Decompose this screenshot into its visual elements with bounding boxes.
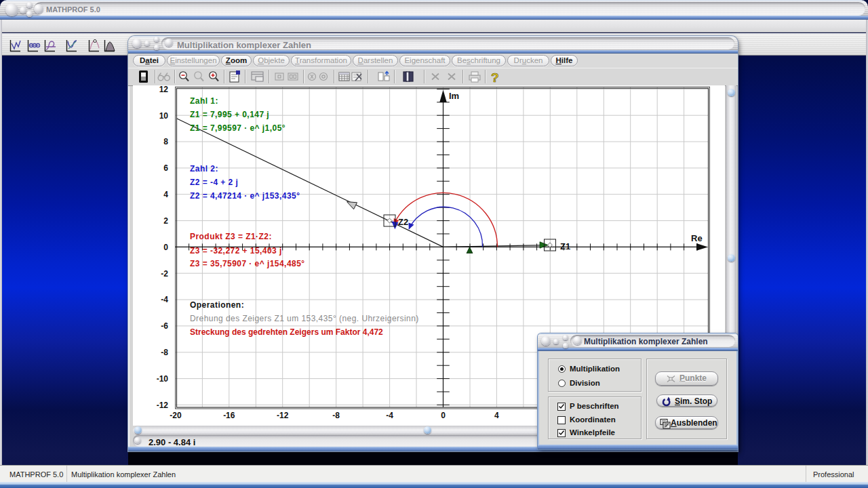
svg-text:-8: -8 xyxy=(332,411,340,420)
svg-text:8: 8 xyxy=(163,137,168,146)
svg-text:Z3 = 35,75907 · e^ j154,485°: Z3 = 35,75907 · e^ j154,485° xyxy=(190,259,305,268)
svg-text:Operationen:: Operationen: xyxy=(190,300,244,310)
svg-text:4: 4 xyxy=(494,411,499,420)
svg-text:Z1: Z1 xyxy=(560,241,570,251)
svg-text:Zahl 2:: Zahl 2: xyxy=(190,164,218,174)
svg-text:Z2 = 4,47214 · e^ j153,435°: Z2 = 4,47214 · e^ j153,435° xyxy=(190,191,300,201)
svg-text:-20: -20 xyxy=(170,411,182,420)
svg-text:-4: -4 xyxy=(386,411,393,420)
svg-text:-10: -10 xyxy=(157,374,169,384)
svg-text:Zahl 1:: Zahl 1: xyxy=(190,96,218,106)
svg-text:2: 2 xyxy=(163,216,168,226)
svg-text:-16: -16 xyxy=(223,411,235,420)
svg-text:Re: Re xyxy=(691,233,703,243)
svg-text:-6: -6 xyxy=(161,321,168,331)
svg-text:12: 12 xyxy=(159,85,169,94)
svg-text:?: ? xyxy=(491,70,499,85)
svg-text:Z2 = -4 + 2 j: Z2 = -4 + 2 j xyxy=(190,178,238,187)
svg-text:Produkt Z3 = Z1·Z2:: Produkt Z3 = Z1·Z2: xyxy=(190,232,272,241)
svg-text:Z1 = 7,995 + 0,147 j: Z1 = 7,995 + 0,147 j xyxy=(190,110,269,119)
svg-text:Drehung des Zeigers Z1 um 153,: Drehung des Zeigers Z1 um 153,435° (neg.… xyxy=(190,314,419,323)
svg-text:-2: -2 xyxy=(161,269,168,279)
svg-text:Streckung des gedrehten Zeiger: Streckung des gedrehten Zeigers um Fakto… xyxy=(190,327,383,337)
svg-text:-12: -12 xyxy=(277,411,289,420)
svg-text:-4: -4 xyxy=(161,295,168,304)
svg-text:6: 6 xyxy=(163,163,168,173)
svg-text:-8: -8 xyxy=(161,348,168,357)
svg-text:Z3 = -32,272 + 15,403 j: Z3 = -32,272 + 15,403 j xyxy=(190,246,282,256)
svg-text:Im: Im xyxy=(449,91,459,101)
svg-text:0: 0 xyxy=(441,411,446,420)
svg-text:Z2: Z2 xyxy=(398,217,408,227)
svg-text:4: 4 xyxy=(163,190,168,199)
svg-text:Z1 = 7,99597 · e^ j1,05°: Z1 = 7,99597 · e^ j1,05° xyxy=(190,123,285,133)
svg-text:-12: -12 xyxy=(157,401,169,410)
svg-text:10: 10 xyxy=(159,111,169,121)
svg-text:0: 0 xyxy=(163,243,168,252)
